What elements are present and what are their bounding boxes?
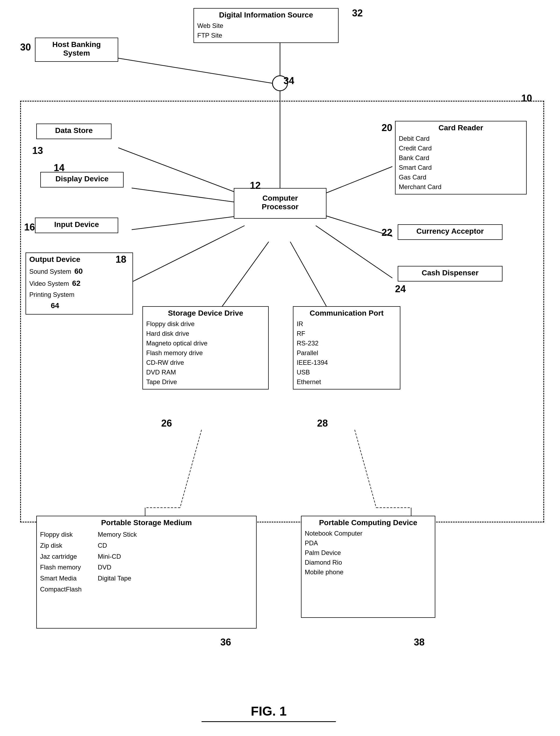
portable-storage-list: Floppy disk Zip disk Jaz cartridge Flash…: [40, 529, 253, 595]
list-item: Smart Media: [40, 573, 82, 584]
ref-12: 12: [250, 180, 261, 191]
comm-port-list: IR RF RS-232 Parallel IEEE-1394 USB Ethe…: [297, 319, 397, 387]
list-item: Ethernet: [297, 377, 397, 387]
list-item: IR: [297, 319, 397, 329]
cash-dispenser-box: Cash Dispenser: [398, 266, 502, 282]
computer-processor-title: ComputerProcessor: [240, 194, 321, 211]
list-item: Merchant Card: [399, 182, 523, 192]
portable-storage-medium-title: Portable Storage Medium: [40, 518, 253, 527]
ref-26: 26: [161, 418, 172, 429]
list-item: Debit Card: [399, 134, 523, 144]
data-store-title: Data Store: [40, 126, 108, 135]
comm-port-title: Communication Port: [297, 309, 397, 318]
list-item: Video System: [29, 280, 69, 287]
card-reader-title: Card Reader: [399, 124, 523, 132]
list-item: CD-RW drive: [146, 358, 265, 368]
list-item: Magneto optical drive: [146, 339, 265, 348]
list-item: CD: [98, 540, 137, 551]
list-item: Floppy disk drive: [146, 319, 265, 329]
ref-30: 30: [20, 42, 31, 53]
list-item: Floppy disk: [40, 529, 82, 540]
figure-underline: [202, 721, 336, 722]
list-item: DVD RAM: [146, 368, 265, 377]
communication-port-box: Communication Port IR RF RS-232 Parallel…: [293, 306, 400, 389]
list-item: RF: [297, 329, 397, 339]
computer-processor-box: ComputerProcessor: [234, 188, 326, 219]
currency-acceptor-box: Currency Acceptor: [398, 224, 502, 240]
ref-14: 14: [54, 162, 64, 174]
ref-38: 38: [414, 637, 425, 648]
input-device-title: Input Device: [39, 220, 114, 229]
digital-info-source-box: Digital Information Source Web Site FTP …: [193, 8, 339, 43]
list-item: Gas Card: [399, 173, 523, 182]
list-item: Web Site: [197, 21, 335, 31]
digital-info-source-title: Digital Information Source: [197, 11, 335, 19]
display-device-title: Display Device: [44, 175, 120, 183]
portable-computing-device-box: Portable Computing Device Notebook Compu…: [301, 516, 435, 618]
ref-22: 22: [382, 227, 392, 238]
svg-line-2: [116, 58, 272, 83]
list-item: Sound System: [29, 268, 71, 275]
list-item: DVD: [98, 562, 137, 573]
list-item: Flash memory: [40, 562, 82, 573]
list-item: Credit Card: [399, 144, 523, 153]
ref-16: 16: [24, 222, 35, 233]
list-item: Notebook Computer: [305, 529, 432, 538]
portable-computing-title: Portable Computing Device: [305, 518, 432, 527]
list-item: Bank Card: [399, 153, 523, 163]
digital-info-source-list: Web Site FTP Site: [197, 21, 335, 40]
output-device-list: Sound System 60 Video System 62 Printing…: [29, 266, 129, 312]
data-store-box: Data Store: [36, 124, 112, 139]
ref-34: 34: [283, 75, 294, 87]
list-item: IEEE-1394: [297, 358, 397, 368]
list-item: Memory Stick: [98, 529, 137, 540]
list-item: USB: [297, 368, 397, 377]
list-item: Mobile phone: [305, 567, 432, 577]
list-item: Hard disk drive: [146, 329, 265, 339]
list-item: Printing System: [29, 291, 74, 298]
cash-dispenser-title: Cash Dispenser: [401, 269, 499, 277]
host-banking-title: Host BankingSystem: [39, 40, 114, 58]
list-item: Flash memory drive: [146, 348, 265, 358]
list-item: Zip disk: [40, 540, 82, 551]
list-item: CompactFlash: [40, 584, 82, 595]
list-item: Diamond Rio: [305, 558, 432, 567]
figure-label: FIG. 1: [202, 704, 336, 719]
display-device-box: Display Device: [40, 172, 124, 188]
portable-storage-right-col: Memory Stick CD Mini-CD DVD Digital Tape: [98, 529, 137, 595]
list-item: Jaz cartridge: [40, 551, 82, 562]
storage-device-drive-box: Storage Device Drive Floppy disk drive H…: [142, 306, 269, 389]
input-device-box: Input Device: [35, 218, 118, 233]
ref-18: 18: [116, 254, 126, 265]
storage-device-list: Floppy disk drive Hard disk drive Magnet…: [146, 319, 265, 387]
card-reader-box: Card Reader Debit Card Credit Card Bank …: [395, 121, 527, 195]
list-item: PDA: [305, 538, 432, 548]
host-banking-system-box: Host BankingSystem: [35, 38, 118, 62]
ref-13: 13: [32, 145, 43, 156]
card-reader-list: Debit Card Credit Card Bank Card Smart C…: [399, 134, 523, 192]
ref-32: 32: [352, 8, 363, 19]
output-device-title: Output Device: [29, 255, 129, 264]
ref-20: 20: [382, 122, 392, 134]
diagram-container: 10 Digital Information Source Web Site F…: [0, 0, 560, 736]
list-item: Tape Drive: [146, 377, 265, 387]
list-item: Parallel: [297, 348, 397, 358]
list-item: FTP Site: [197, 31, 335, 40]
portable-storage-left-col: Floppy disk Zip disk Jaz cartridge Flash…: [40, 529, 82, 595]
list-item: Mini-CD: [98, 551, 137, 562]
ref-28: 28: [317, 418, 328, 429]
ref-24: 24: [395, 284, 406, 295]
ref-10: 10: [521, 93, 532, 104]
portable-computing-list: Notebook Computer PDA Palm Device Diamon…: [305, 529, 432, 577]
list-item: Digital Tape: [98, 573, 137, 584]
list-item: RS-232: [297, 339, 397, 348]
portable-storage-medium-box: Portable Storage Medium Floppy disk Zip …: [36, 516, 257, 629]
currency-acceptor-title: Currency Acceptor: [401, 227, 499, 236]
storage-device-title: Storage Device Drive: [146, 309, 265, 318]
list-item: Palm Device: [305, 548, 432, 558]
ref-36: 36: [220, 637, 231, 648]
list-item: Smart Card: [399, 163, 523, 173]
